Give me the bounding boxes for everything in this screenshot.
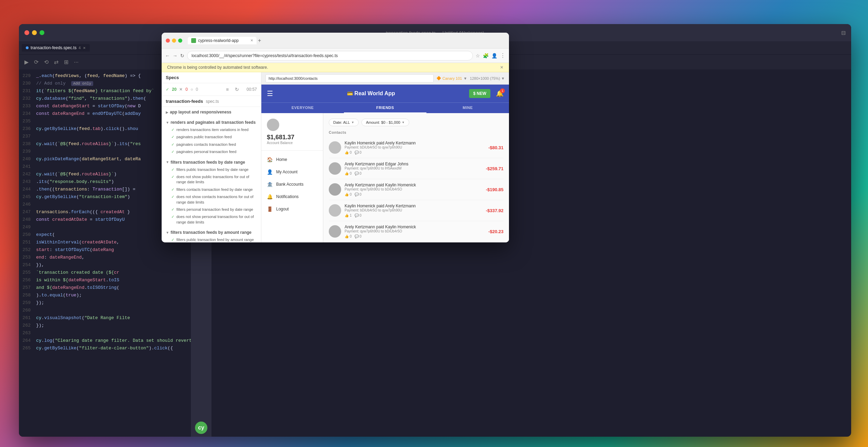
- browser-forward-btn[interactable]: →: [173, 53, 177, 58]
- rwa-nav-notifications[interactable]: 🔔 Notifications: [261, 190, 323, 203]
- bookmark-icon[interactable]: ☆: [476, 53, 480, 58]
- suite-amount-range-name: filters transaction feeds by amount rang…: [171, 230, 251, 235]
- split-icon[interactable]: ⊞: [64, 59, 68, 65]
- test-item-paginates-contacts[interactable]: ✓ paginates contacts transaction feed: [162, 141, 261, 148]
- suite-toggle-icon-4: ▼: [166, 231, 169, 235]
- tx-comment-btn[interactable]: 💬 0: [355, 193, 362, 196]
- tab-everyone[interactable]: EVERYONE: [261, 103, 344, 113]
- rwa-nav-account[interactable]: 👤 My Account: [261, 166, 323, 178]
- test-item-paginates-public[interactable]: ✓ paginates public transaction feed: [162, 133, 261, 141]
- tx-like-btn[interactable]: 👍 0: [345, 151, 352, 154]
- suite-app-layout-name: app layout and responsiveness: [170, 110, 231, 115]
- test-label-4: paginates personal transaction feed: [176, 149, 236, 154]
- fail-count: 0: [185, 87, 188, 92]
- test-item-date-public[interactable]: ✓ filters public transaction feed by dat…: [162, 166, 261, 173]
- tab-friends[interactable]: FRIENDS: [344, 103, 426, 113]
- test-label-7: filters contacts transaction feed by dat…: [176, 187, 253, 192]
- rwa-user-info: $1,681.37 Account Balance: [261, 119, 323, 151]
- code-line-265: 265 cy.getBySelLike("filter-date-clear-b…: [19, 345, 191, 352]
- tab-close-icon[interactable]: ✕: [83, 46, 86, 50]
- date-filter-label: Date: ALL: [333, 120, 350, 124]
- test-item-paginates-personal[interactable]: ✓ paginates personal transaction feed: [162, 148, 261, 155]
- editor-tab-transaction-feeds[interactable]: transaction-feeds.spec.ts 4 ✕: [22, 44, 90, 52]
- table-row: Kaylin Homenick paid Arely Kertzmann Pay…: [329, 137, 503, 158]
- cypress-filter-btn[interactable]: ≡: [223, 85, 231, 94]
- back-icon[interactable]: ⟳: [34, 59, 39, 65]
- suite-amount-range: ▼ filters transaction feeds by amount ra…: [162, 227, 261, 242]
- more-options-icon[interactable]: ⋮: [500, 52, 506, 59]
- avatar: [329, 162, 341, 175]
- browser-tab-close-icon[interactable]: ✕: [250, 39, 253, 42]
- rwa-avatar: [267, 119, 279, 131]
- test-item-amount-public[interactable]: ✓ filters public transaction feed by amo…: [162, 236, 261, 242]
- test-item-date-contacts-noshow[interactable]: ✓ does not show contacts transactions fo…: [162, 193, 261, 206]
- rwa-nav-notifications-label: Notifications: [276, 194, 299, 199]
- browser-tab-active[interactable]: cypress-realworld-app ✕: [188, 37, 257, 44]
- suite-app-layout-header[interactable]: ▶ app layout and responsiveness: [162, 108, 261, 116]
- rwa-new-button[interactable]: $ NEW: [469, 89, 490, 98]
- test-pass-icon-2: ✓: [171, 135, 174, 139]
- rwa-nav-logout[interactable]: 🚪 Logout: [261, 203, 323, 215]
- tx-comment-btn[interactable]: 💬 0: [355, 151, 362, 154]
- code-line-253: 253 end: dateRangeEnd,: [19, 254, 191, 261]
- tx-comment-btn[interactable]: 💬 0: [355, 235, 362, 238]
- amount-filter-btn[interactable]: Amount: $0 - $1,000 ▼: [361, 119, 409, 126]
- test-label-10: does not show personal transactions for …: [176, 214, 257, 225]
- maximize-button[interactable]: [40, 30, 44, 35]
- more-icon[interactable]: ···: [74, 59, 78, 65]
- forward-icon[interactable]: ⟲: [44, 59, 48, 65]
- suite-renders-paginates-header[interactable]: ▼ renders and paginates all transaction …: [162, 119, 261, 126]
- run-icon[interactable]: ▶: [24, 59, 29, 65]
- preview-url-bar[interactable]: http://localhost:3000/contacts: [265, 74, 434, 83]
- code-line-257: 257 and ${dateRangeEnd.toISOString(: [19, 284, 191, 292]
- tab-mine[interactable]: MINE: [426, 103, 509, 113]
- rwa-nav-home[interactable]: 🏠 Home: [261, 153, 323, 166]
- test-pass-icon: ✓: [171, 128, 174, 132]
- tx-comment-btn[interactable]: 💬 0: [355, 214, 362, 217]
- test-item-date-public-noshow[interactable]: ✓ does not show public transactions for …: [162, 173, 261, 186]
- warning-close-btn[interactable]: ✕: [500, 65, 503, 70]
- browser-tab-strip: cypress-realworld-app ✕ +: [188, 37, 505, 44]
- rwa-menu-icon[interactable]: ☰: [267, 89, 273, 98]
- code-line-261: 261 cy.visualSnapshot("Date Range Filte: [19, 314, 191, 322]
- rwa-logo-text: Real World App: [355, 90, 395, 96]
- canary-badge: 🔶 Canary 101 ▼: [436, 76, 467, 80]
- split-editor-icon[interactable]: ⊟: [841, 30, 846, 36]
- cypress-refresh-btn[interactable]: ↻: [233, 85, 241, 94]
- tx-payment: Payment: bDiUb4r5O to qyw7p6h90U: [345, 208, 482, 212]
- profile-icon[interactable]: 👤: [491, 53, 497, 58]
- cypress-logo[interactable]: cy: [195, 422, 207, 434]
- rwa-nav-bank[interactable]: 🏦 Bank Accounts: [261, 178, 323, 190]
- test-item-date-personal-noshow[interactable]: ✓ does not show personal transactions fo…: [162, 213, 261, 226]
- browser-refresh-btn[interactable]: ↻: [180, 53, 184, 58]
- test-item-renders-variations[interactable]: ✓ renders transactions item variations i…: [162, 126, 261, 133]
- tx-comment-btn[interactable]: 💬 0: [355, 172, 362, 175]
- cypress-controls: ≡ ↻: [223, 85, 241, 94]
- test-item-date-personal[interactable]: ✓ filters personal transaction feed by d…: [162, 206, 261, 213]
- close-button[interactable]: [24, 30, 29, 35]
- suite-amount-range-header[interactable]: ▼ filters transaction feeds by amount ra…: [162, 229, 261, 236]
- title-bar-right: ⊟: [841, 30, 846, 36]
- resolution-badge: 1280×1000 (75%) ▼: [470, 76, 505, 80]
- extensions-icon[interactable]: 🧩: [483, 53, 489, 58]
- tab-label: transaction-feeds.spec.ts: [31, 45, 76, 50]
- tx-like-btn[interactable]: 👍 0: [345, 235, 352, 238]
- date-filter-btn[interactable]: Date: ALL ▼: [329, 119, 359, 126]
- suite-date-range-header[interactable]: ▼ filters transaction feeds by date rang…: [162, 159, 261, 166]
- tx-like-btn[interactable]: 👍 1: [345, 214, 352, 217]
- browser-close-btn[interactable]: [166, 39, 170, 43]
- nav-icon-2[interactable]: ⇄: [54, 59, 58, 65]
- tx-like-btn[interactable]: 👍 0: [345, 193, 352, 196]
- tab-favicon: [191, 38, 196, 43]
- rwa-logo: 💳 Real World App: [279, 90, 464, 97]
- browser-back-btn[interactable]: ←: [165, 53, 170, 58]
- tx-like-btn[interactable]: 👍 0: [345, 172, 352, 175]
- browser-min-btn[interactable]: [172, 39, 176, 43]
- minimize-button[interactable]: [32, 30, 37, 35]
- browser-new-tab-btn[interactable]: +: [258, 37, 261, 44]
- address-bar[interactable]: localhost:3000/__/#/specs/runner?file=cy…: [187, 51, 473, 61]
- browser-max-btn[interactable]: [178, 39, 182, 43]
- test-item-date-contacts[interactable]: ✓ filters contacts transaction feed by d…: [162, 186, 261, 193]
- rwa-container: ☰ 💳 Real World App $ NEW 🔔 1 EVERYONE FR…: [261, 85, 509, 242]
- rwa-notifications[interactable]: 🔔 1: [496, 90, 503, 97]
